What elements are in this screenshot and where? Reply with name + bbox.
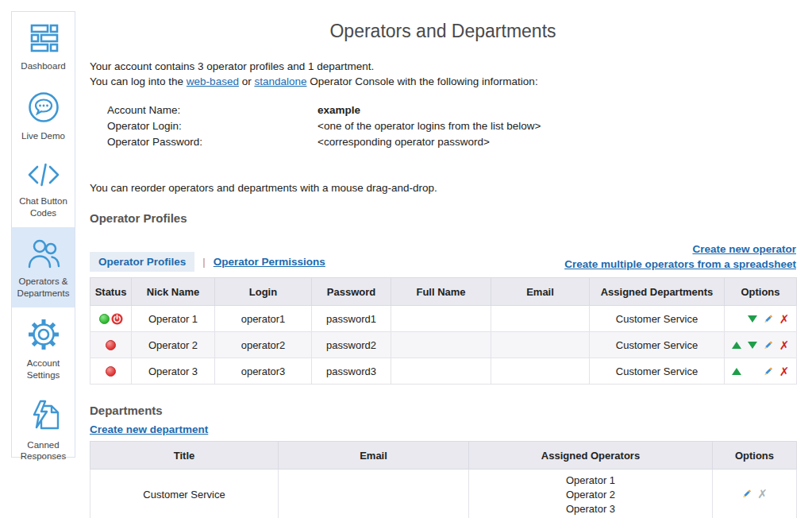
operators-table: Status Nick Name Login Password Full Nam… (90, 277, 797, 385)
status-online-icon (99, 314, 110, 324)
operator-login-row: Operator Login: <one of the operator log… (107, 118, 796, 134)
operator-login-value: <one of the operator logins from the lis… (317, 118, 541, 134)
password-cell: password2 (312, 332, 391, 358)
sidebar-item-dashboard[interactable]: Dashboard (12, 12, 75, 80)
delete-operator-icon[interactable]: ✗ (779, 365, 790, 377)
sidebar-item-operators-departments[interactable]: Operators & Departments (12, 227, 75, 307)
options-cell: ✗ (731, 313, 790, 325)
page-title: Operators and Departments (90, 21, 796, 42)
assigned-operator: Operator 3 (469, 502, 712, 516)
sidebar-item-account-settings[interactable]: Account Settings (12, 307, 75, 389)
move-down-icon[interactable] (747, 342, 758, 349)
col-assigned-operators: Assigned Operators (469, 442, 713, 470)
operators-table-header-row: Status Nick Name Login Password Full Nam… (90, 278, 797, 306)
departments-heading: Departments (90, 404, 796, 417)
intro-line-1: Your account contains 3 operator profile… (90, 60, 796, 75)
tab-operator-permissions[interactable]: Operator Permissions (214, 256, 325, 268)
sidebar-item-chat-button-codes[interactable]: Chat Button Codes (12, 150, 75, 227)
operator-row-2[interactable]: Operator 2 operator2 password2 Customer … (90, 332, 797, 358)
login-cell: operator1 (215, 306, 312, 332)
create-new-operator-link[interactable]: Create new operator (564, 242, 796, 257)
sidebar-item-label: Chat Button Codes (13, 195, 73, 219)
status-cell (90, 366, 131, 377)
col-login: Login (215, 278, 312, 306)
assigned-departments-cell: Customer Service (590, 358, 725, 385)
sidebar-item-label: Dashboard (21, 60, 65, 72)
create-operator-links: Create new operator Create multiple oper… (564, 242, 796, 272)
assigned-departments-cell: Customer Service (590, 332, 725, 358)
departments-table-header-row: Title Email Assigned Operators Options (90, 442, 797, 470)
status-cell (90, 313, 131, 325)
web-based-link[interactable]: web-based (187, 75, 239, 87)
operator-password-row: Operator Password: <corresponding operat… (107, 134, 796, 150)
create-new-department-link[interactable]: Create new department (90, 423, 208, 435)
delete-operator-icon[interactable]: ✗ (779, 339, 790, 351)
operator-row-3[interactable]: Operator 3 operator3 password3 Customer … (90, 358, 797, 385)
move-up-icon[interactable] (731, 342, 742, 349)
sidebar-item-label: Account Settings (13, 358, 73, 381)
tabs-and-create-links: Operator Profiles | Operator Permissions… (90, 242, 796, 272)
col-title: Title (90, 442, 279, 470)
nick-name-cell: Operator 3 (132, 358, 215, 385)
logoff-operator-icon[interactable] (111, 313, 123, 325)
operators-departments-icon (25, 236, 62, 271)
options-cell: ✗ (731, 339, 790, 351)
dashboard-icon (25, 21, 62, 56)
department-options-cell: ✗ (741, 488, 768, 500)
department-title-cell: Customer Service (90, 470, 279, 518)
col-options: Options (725, 278, 797, 306)
credentials-block: Account Name: example Operator Login: <o… (107, 102, 796, 150)
move-down-icon[interactable] (747, 315, 758, 323)
operator-login-label: Operator Login: (107, 118, 317, 134)
edit-operator-icon[interactable] (763, 339, 774, 351)
login-cell: operator2 (215, 332, 312, 358)
create-department-link-row: Create new department (90, 423, 796, 435)
edit-operator-icon[interactable] (763, 313, 774, 325)
sidebar-item-live-demo[interactable]: Live Demo (12, 80, 75, 150)
delete-department-icon-disabled: ✗ (757, 488, 768, 500)
standalone-link[interactable]: standalone (254, 75, 306, 87)
col-email: Email (491, 278, 590, 306)
nick-name-cell: Operator 1 (132, 306, 215, 332)
account-name-value: example (317, 102, 360, 118)
sidebar: Dashboard Live Demo Chat Button Codes (11, 11, 75, 458)
operator-profiles-heading: Operator Profiles (90, 211, 796, 225)
live-demo-icon (25, 89, 62, 126)
col-password: Password (312, 278, 391, 306)
delete-operator-icon[interactable]: ✗ (779, 313, 790, 325)
edit-operator-icon[interactable] (763, 365, 774, 377)
department-operators-cell: Operator 1 Operator 2 Operator 3 (469, 470, 713, 518)
sidebar-item-label: Live Demo (21, 130, 65, 142)
tab-separator: | (202, 256, 206, 268)
sidebar-item-canned-responses[interactable]: Canned Responses (12, 389, 75, 471)
reorder-note: You can reorder operators and department… (90, 182, 796, 194)
status-offline-icon (106, 366, 116, 377)
col-options: Options (713, 442, 797, 470)
col-email: Email (279, 442, 469, 470)
edit-department-icon[interactable] (741, 488, 752, 500)
department-email-cell (279, 470, 469, 518)
intro-line-2: You can log into the web-based or standa… (90, 75, 796, 90)
create-multiple-operators-link[interactable]: Create multiple operators from a spreads… (564, 257, 796, 272)
tab-operator-profiles[interactable]: Operator Profiles (90, 252, 194, 272)
full-name-cell (391, 306, 491, 332)
account-name-row: Account Name: example (107, 102, 796, 118)
operator-row-1[interactable]: Operator 1 operator1 password1 Customer … (90, 306, 797, 332)
move-up-icon[interactable] (731, 368, 742, 375)
options-cell: ✗ (731, 365, 790, 377)
account-name-label: Account Name: (107, 102, 317, 118)
assigned-operator: Operator 2 (469, 488, 712, 502)
col-assigned-departments: Assigned Departments (590, 278, 725, 306)
departments-table: Title Email Assigned Operators Options C… (90, 441, 797, 518)
email-cell (491, 358, 590, 385)
main-content: Operators and Departments Your account c… (90, 0, 796, 518)
col-status: Status (90, 278, 132, 306)
department-row-1[interactable]: Customer Service Operator 1 Operator 2 O… (90, 470, 797, 518)
chat-button-codes-icon (25, 159, 62, 191)
password-cell: password3 (312, 358, 391, 385)
assigned-operator: Operator 1 (469, 474, 712, 488)
nick-name-cell: Operator 2 (132, 332, 215, 358)
full-name-cell (391, 358, 491, 385)
operator-password-value: <corresponding operator password> (317, 134, 490, 150)
canned-responses-icon (25, 398, 62, 435)
